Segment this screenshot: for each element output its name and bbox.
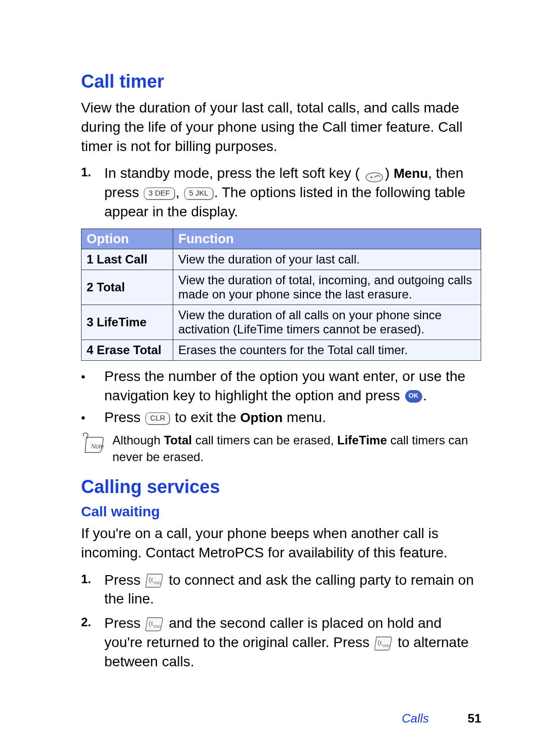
call-waiting-intro: If you're on a call, your phone beeps wh… xyxy=(81,524,481,562)
svg-text:SND: SND xyxy=(153,581,161,585)
manual-page: Call timer View the duration of your las… xyxy=(0,0,547,756)
call-waiting-steps: 1. Press SND to connect and ask the call… xyxy=(81,571,481,671)
step-number: 2. xyxy=(81,614,104,629)
clr-key-icon: CLR xyxy=(145,412,170,425)
bullet-body: Press CLR to exit the Option menu. xyxy=(104,408,326,427)
option-cell: 1 Last Call xyxy=(82,249,173,270)
function-cell: View the duration of total, incoming, an… xyxy=(173,270,481,305)
text: call timers can be erased, xyxy=(192,433,337,447)
text: In standby mode, press the left soft key… xyxy=(104,165,360,181)
text: menu. xyxy=(283,409,326,425)
option-cell: 3 LifeTime xyxy=(82,305,173,339)
step-body: In standby mode, press the left soft key… xyxy=(104,164,481,221)
step-body: Press SND and the second caller is place… xyxy=(104,614,481,671)
svg-text:Note: Note xyxy=(91,443,104,450)
list-item: 1. In standby mode, press the left soft … xyxy=(81,164,481,221)
key-5-icon: 5 JKL xyxy=(184,187,213,200)
note-icon: Note xyxy=(81,432,106,458)
text: Press xyxy=(104,572,144,588)
text: Although xyxy=(112,433,164,447)
svg-text:SND: SND xyxy=(153,625,161,628)
table-header-row: Option Function xyxy=(82,229,481,249)
svg-point-1 xyxy=(371,176,373,178)
heading-call-timer: Call timer xyxy=(81,71,481,92)
step-body: Press SND to connect and ask the calling… xyxy=(104,571,481,609)
note: Note Although Total call timers can be e… xyxy=(81,432,481,465)
send-key-icon: SND xyxy=(145,617,164,632)
send-key-icon: SND xyxy=(145,573,164,588)
list-item: • Press the number of the option you wan… xyxy=(81,367,481,405)
function-cell: View the duration of all calls on your p… xyxy=(173,305,481,339)
table-row: 1 Last Call View the duration of your la… xyxy=(82,249,481,270)
option-cell: 2 Total xyxy=(82,270,173,305)
menu-label: Menu xyxy=(394,166,428,181)
table-row: 4 Erase Total Erases the counters for th… xyxy=(82,339,481,360)
list-item: • Press CLR to exit the Option menu. xyxy=(81,408,481,427)
bullet-body: Press the number of the option you want … xyxy=(104,367,481,405)
text: Press xyxy=(104,409,144,425)
left-softkey-icon xyxy=(365,169,384,180)
heading-call-waiting: Call waiting xyxy=(81,504,481,520)
function-cell: Erases the counters for the Total call t… xyxy=(173,339,481,360)
text: , xyxy=(176,184,184,200)
text: . xyxy=(423,388,427,403)
list-item: 1. Press SND to connect and ask the call… xyxy=(81,571,481,609)
table-row: 3 LifeTime View the duration of all call… xyxy=(82,305,481,339)
heading-calling-services: Calling services xyxy=(81,476,481,498)
text: Press xyxy=(104,615,144,631)
footer-section: Calls xyxy=(402,711,428,725)
svg-text:SND: SND xyxy=(382,644,390,648)
key-3-icon: 3 DEF xyxy=(144,187,175,200)
total-label: Total xyxy=(164,433,192,447)
lifetime-label: LifeTime xyxy=(337,433,387,447)
send-key-icon: SND xyxy=(374,636,393,651)
table-row: 2 Total View the duration of total, inco… xyxy=(82,270,481,305)
bullet-icon: • xyxy=(81,367,104,385)
call-timer-bullets: • Press the number of the option you wan… xyxy=(81,367,481,427)
note-text: Although Total call timers can be erased… xyxy=(112,432,481,465)
step-number: 1. xyxy=(81,571,104,586)
footer-page-number: 51 xyxy=(467,711,481,725)
options-table: Option Function 1 Last Call View the dur… xyxy=(81,229,481,361)
bullet-icon: • xyxy=(81,408,104,426)
call-timer-intro: View the duration of your last call, tot… xyxy=(81,98,481,156)
list-item: 2. Press SND and the second caller is pl… xyxy=(81,614,481,671)
call-timer-steps: 1. In standby mode, press the left soft … xyxy=(81,164,481,221)
option-cell: 4 Erase Total xyxy=(82,339,173,360)
ok-key-icon: OK xyxy=(405,390,422,402)
page-footer: Calls 51 xyxy=(402,711,481,726)
col-option: Option xyxy=(82,229,173,249)
option-label: Option xyxy=(240,410,283,425)
function-cell: View the duration of your last call. xyxy=(173,249,481,270)
col-function: Function xyxy=(173,229,481,249)
step-number: 1. xyxy=(81,164,104,179)
text: to exit the xyxy=(175,409,240,425)
